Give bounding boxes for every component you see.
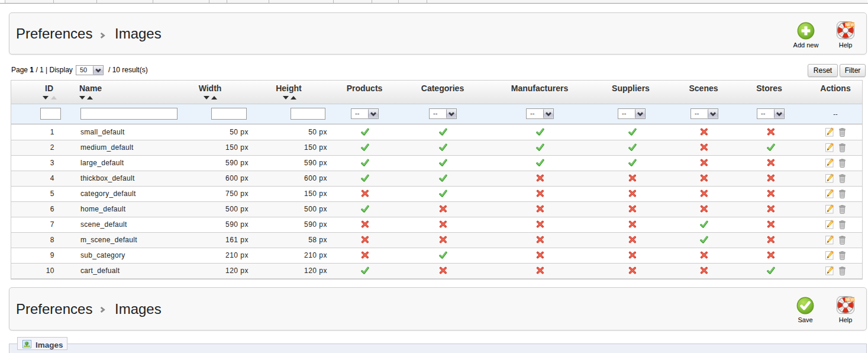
svg-text:NEW: NEW [846,297,855,301]
svg-text:NEW: NEW [846,23,855,27]
